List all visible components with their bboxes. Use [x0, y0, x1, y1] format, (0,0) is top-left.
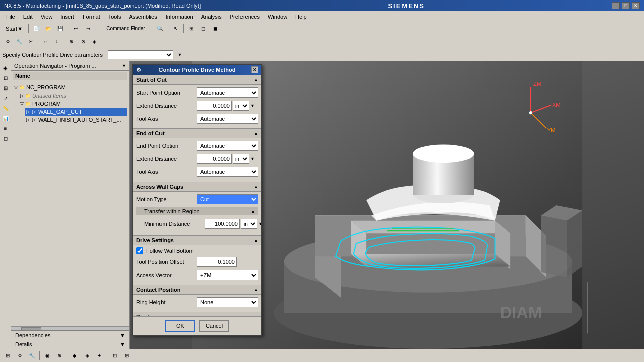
- dependencies-item[interactable]: Dependencies ▼: [11, 331, 129, 340]
- tb2-btn6[interactable]: ⊕: [66, 36, 77, 47]
- start-extend-unit-select[interactable]: in: [233, 101, 249, 111]
- btm-btn7[interactable]: ◈: [82, 350, 93, 361]
- minimize-btn[interactable]: _: [612, 2, 620, 9]
- motion-type-select[interactable]: Cut: [197, 194, 258, 204]
- minimum-distance-input[interactable]: [205, 219, 240, 229]
- end-extend-distance-control[interactable]: in ▼: [197, 154, 258, 164]
- transfer-within-region-collapse[interactable]: ▲: [251, 209, 255, 214]
- menu-edit[interactable]: Edit: [19, 13, 37, 21]
- constraint-icon[interactable]: ⊞: [1, 83, 10, 93]
- window-controls[interactable]: _ □ ✕: [612, 2, 640, 9]
- minimum-distance-control[interactable]: in ▼: [205, 219, 261, 229]
- end-point-option-control[interactable]: Automatic: [197, 141, 258, 151]
- end-extend-distance-input[interactable]: [197, 154, 232, 164]
- scroll-thumb[interactable]: [21, 327, 41, 330]
- assembly-filter-btn[interactable]: ▼: [174, 49, 185, 60]
- btm-btn6[interactable]: ◆: [69, 350, 80, 361]
- expand-unused[interactable]: ▷: [19, 93, 24, 98]
- subsection-transfer-within-region[interactable]: Transfer within Region ▲: [136, 207, 258, 215]
- section-start-of-cut[interactable]: Start of Cut ▲: [133, 75, 261, 85]
- menu-assemblies[interactable]: Assemblies: [125, 13, 161, 21]
- ring-height-control[interactable]: None: [197, 297, 258, 307]
- btm-btn3[interactable]: 🔧: [26, 350, 37, 361]
- tb2-btn7[interactable]: ⊗: [77, 36, 89, 47]
- menu-view[interactable]: View: [37, 13, 57, 21]
- end-tool-axis-select[interactable]: Automatic: [197, 167, 258, 177]
- tb2-btn8[interactable]: ◈: [89, 36, 100, 47]
- access-vector-select[interactable]: +ZM: [197, 270, 258, 280]
- expand-program[interactable]: ▽: [19, 101, 24, 106]
- start-extend-distance-control[interactable]: in ▼: [197, 101, 258, 111]
- motion-icon[interactable]: ↗: [1, 94, 10, 103]
- tree-wall-gap-cut[interactable]: ▷ ▷ WALL_GAP_CUT: [25, 108, 127, 116]
- end-extend-unit-select[interactable]: in: [233, 154, 249, 164]
- btm-btn4[interactable]: ◉: [42, 350, 53, 361]
- motion-type-control[interactable]: Cut: [197, 194, 258, 204]
- undo-btn[interactable]: ↩: [70, 23, 82, 34]
- contour-dialog[interactable]: ⚙ Contour Profile Drive Method ✕ Start o…: [132, 64, 262, 336]
- start-point-option-control[interactable]: Automatic: [197, 87, 258, 98]
- start-tool-axis-control[interactable]: Automatic: [197, 114, 258, 124]
- expand-nc-program[interactable]: ▽: [13, 85, 18, 90]
- dialog-title-bar[interactable]: ⚙ Contour Profile Drive Method ✕: [133, 65, 261, 75]
- btm-btn5[interactable]: ⊕: [54, 350, 65, 361]
- start-of-cut-collapse[interactable]: ▲: [254, 77, 258, 82]
- new-btn[interactable]: 📄: [31, 23, 42, 34]
- snap-btn[interactable]: ⊞: [186, 23, 197, 34]
- render-btn[interactable]: ◼: [210, 23, 221, 34]
- contact-position-collapse[interactable]: ▲: [254, 287, 258, 292]
- end-tool-axis-control[interactable]: Automatic: [197, 167, 258, 177]
- follow-wall-bottom-checkbox[interactable]: [136, 247, 143, 254]
- btm-btn1[interactable]: ⊞: [2, 350, 13, 361]
- maximize-btn[interactable]: □: [622, 2, 630, 9]
- tb2-btn3[interactable]: ✂: [25, 36, 36, 47]
- search-btn[interactable]: 🔍: [154, 23, 166, 34]
- menu-tools[interactable]: Tools: [104, 13, 125, 21]
- menu-file[interactable]: File: [2, 13, 19, 21]
- tool-position-offset-input[interactable]: [197, 257, 237, 267]
- tb2-btn2[interactable]: 🔧: [14, 36, 25, 47]
- end-point-option-select[interactable]: Automatic: [197, 141, 258, 151]
- tree-nc-program[interactable]: ▽ 📁 NC_PROGRAM: [13, 83, 127, 92]
- start-tool-axis-select[interactable]: Automatic: [197, 114, 258, 124]
- tb2-btn5[interactable]: ↕: [51, 36, 62, 47]
- view-icon[interactable]: ◻: [1, 134, 10, 143]
- minimum-distance-unit-select[interactable]: in: [241, 219, 257, 229]
- measure-icon[interactable]: 📏: [1, 104, 10, 113]
- open-btn[interactable]: 📂: [43, 23, 54, 34]
- section-drive-settings[interactable]: Drive Settings ▲: [133, 235, 261, 245]
- start-extend-distance-input[interactable]: [197, 101, 232, 111]
- cancel-button[interactable]: Cancel: [199, 320, 229, 332]
- tb2-btn4[interactable]: ↔: [40, 36, 51, 47]
- menu-format[interactable]: Format: [78, 13, 104, 21]
- select-btn[interactable]: ↖: [170, 23, 181, 34]
- across-wall-gaps-collapse[interactable]: ▲: [254, 184, 258, 189]
- layer-icon[interactable]: ≡: [1, 124, 10, 133]
- dialog-scroll[interactable]: Start of Cut ▲ Start Point Option Automa…: [133, 75, 261, 316]
- section-contact-position[interactable]: Contact Position ▲: [133, 285, 261, 295]
- redo-btn[interactable]: ↪: [83, 23, 94, 34]
- command-finder-btn[interactable]: Command Finder: [98, 23, 153, 34]
- section-display[interactable]: Display ▲: [133, 312, 261, 316]
- menu-information[interactable]: Information: [162, 13, 197, 21]
- btm-btn8[interactable]: ✦: [94, 350, 105, 361]
- drive-settings-collapse[interactable]: ▲: [254, 238, 258, 243]
- btm-btn9[interactable]: ⊡: [109, 350, 120, 361]
- menu-insert[interactable]: Insert: [56, 13, 78, 21]
- end-extend-arrow[interactable]: ▼: [250, 156, 255, 161]
- expand-wall-gap[interactable]: ▷: [25, 109, 30, 114]
- ring-height-select[interactable]: None: [197, 297, 258, 307]
- tree-unused-items[interactable]: ▷ 📁 Unused Items: [19, 92, 127, 100]
- btm-btn2[interactable]: ⚙: [14, 350, 25, 361]
- dialog-close-btn[interactable]: ✕: [251, 66, 258, 73]
- min-dist-arrow[interactable]: ▼: [258, 221, 261, 226]
- tool-position-offset-control[interactable]: [197, 257, 258, 267]
- history-icon[interactable]: ⊡: [1, 73, 10, 82]
- btm-btn10[interactable]: ⊞: [121, 350, 132, 361]
- tree-program[interactable]: ▽ 📁 PROGRAM: [19, 100, 127, 108]
- tree-wall-finish[interactable]: ▷ ▷ WALL_FINISH_AUTO_START_...: [25, 116, 127, 124]
- 3d-viewport[interactable]: Current: WALL_GAP_CUT: [130, 61, 644, 349]
- assembly-select[interactable]: [108, 50, 173, 59]
- details-item[interactable]: Details ▼: [11, 340, 129, 349]
- access-vector-control[interactable]: +ZM: [197, 270, 258, 280]
